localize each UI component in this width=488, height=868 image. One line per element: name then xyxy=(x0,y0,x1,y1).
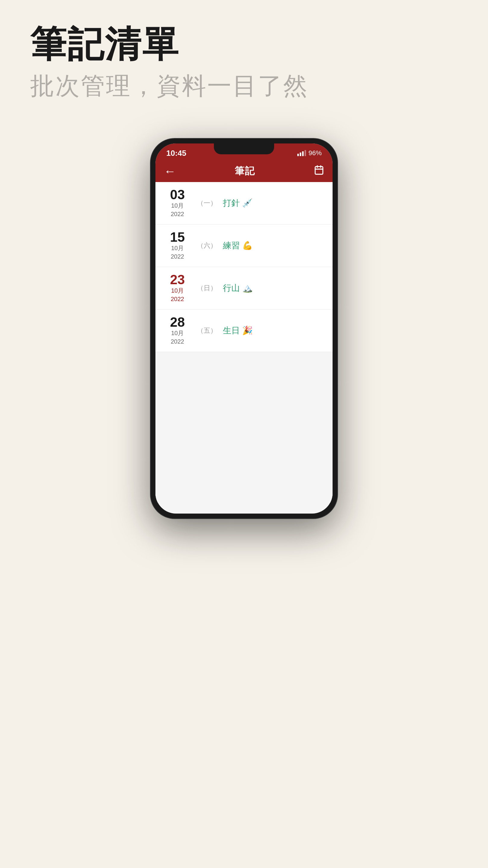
svg-rect-0 xyxy=(315,167,323,175)
phone-screen: 10:45 96% ← 筆記 xyxy=(156,144,332,514)
note-content-4: 生日 🎉 xyxy=(223,325,324,336)
phone-shell: 10:45 96% ← 筆記 xyxy=(151,138,337,518)
signal-icon xyxy=(297,150,306,156)
note-content-3: 行山 🏔️ xyxy=(223,282,324,294)
status-icons: 96% xyxy=(297,149,322,157)
note-meta-2: 10月2022 xyxy=(164,244,191,261)
note-weekday-1: （一） xyxy=(197,198,217,208)
calendar-button[interactable] xyxy=(314,165,324,178)
note-content-2: 練習 💪 xyxy=(223,240,324,251)
note-date-2: 15 10月2022 xyxy=(164,230,191,261)
signal-bar-1 xyxy=(297,154,299,156)
note-day-3: 23 xyxy=(164,273,191,286)
note-date-3: 23 10月2022 xyxy=(164,273,191,303)
note-day-2: 15 xyxy=(164,230,191,244)
note-item-3[interactable]: 23 10月2022 （日） 行山 🏔️ xyxy=(156,267,332,310)
back-button[interactable]: ← xyxy=(164,165,176,177)
note-meta-4: 10月2022 xyxy=(164,329,191,346)
signal-bar-4 xyxy=(304,150,306,156)
note-weekday-2: （六） xyxy=(197,241,217,250)
note-date-4: 28 10月2022 xyxy=(164,315,191,346)
note-weekday-4: （五） xyxy=(197,326,217,335)
navbar-title: 筆記 xyxy=(235,164,255,178)
note-content-1: 打針 💉 xyxy=(223,197,324,209)
signal-bar-2 xyxy=(300,153,301,156)
note-day-1: 03 xyxy=(164,188,191,201)
battery-percent: 96% xyxy=(308,149,322,157)
note-meta-3: 10月2022 xyxy=(164,286,191,303)
note-date-1: 03 10月2022 xyxy=(164,188,191,218)
note-item-1[interactable]: 03 10月2022 （一） 打針 💉 xyxy=(156,182,332,224)
phone-notch xyxy=(214,144,274,154)
note-item-2[interactable]: 15 10月2022 （六） 練習 💪 xyxy=(156,224,332,267)
status-time: 10:45 xyxy=(166,149,187,158)
note-item-4[interactable]: 28 10月2022 （五） 生日 🎉 xyxy=(156,310,332,352)
page-title: 筆記清單 xyxy=(30,24,458,64)
phone-mockup: 10:45 96% ← 筆記 xyxy=(151,138,337,518)
page-subtitle: 批次管理，資料一目了然 xyxy=(30,70,458,102)
note-list: 03 10月2022 （一） 打針 💉 15 10月2022 （六） 練習 💪 xyxy=(156,182,332,503)
signal-bar-3 xyxy=(302,151,304,156)
note-weekday-3: （日） xyxy=(197,284,217,293)
app-navbar: ← 筆記 xyxy=(156,160,332,182)
empty-area xyxy=(156,352,332,503)
page-header: 筆記清單 批次管理，資料一目了然 xyxy=(0,0,488,121)
note-day-4: 28 xyxy=(164,315,191,329)
note-meta-1: 10月2022 xyxy=(164,201,191,218)
